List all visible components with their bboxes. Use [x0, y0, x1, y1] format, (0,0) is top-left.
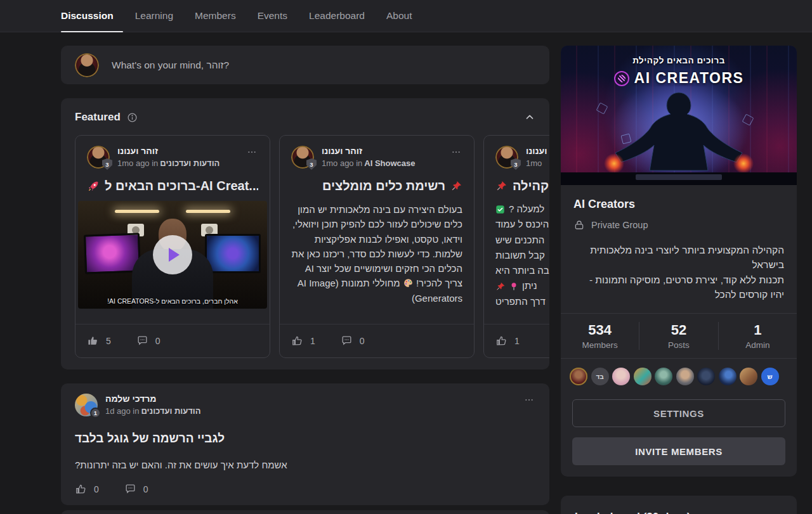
post-footer: 1	[484, 324, 549, 357]
invite-members-button[interactable]: INVITE MEMBERS	[572, 437, 785, 465]
tab-members[interactable]: Members	[195, 0, 236, 32]
stat-admin: 1 Admin	[718, 322, 797, 350]
post-menu-icon[interactable]	[523, 394, 535, 406]
post-body-text: התכנים שיש	[495, 233, 544, 248]
featured-card-welcome[interactable]: 3 זוהר וענונו 1mo ago inהודעות ועדכונים	[75, 135, 270, 358]
member-avatar[interactable]	[655, 368, 672, 385]
featured-card-tools[interactable]: 3 זוהר וענונו 1mo ago inAI Showcase	[279, 135, 475, 358]
lock-icon	[573, 219, 585, 231]
tab-discussion[interactable]: Discussion	[61, 0, 114, 32]
stat-posts: 52 Posts	[639, 322, 717, 350]
tab-label: Leaderboard	[309, 10, 365, 22]
post-title[interactable]: לגביי הרשמה של גוגל בלבד	[75, 432, 535, 446]
group-description-line: הקהילה המקצועית ביותר ליוצרי בינה מלאכות…	[573, 243, 784, 273]
post-footer: 0 0	[75, 483, 535, 495]
member-avatar[interactable]	[570, 368, 587, 385]
comment-button[interactable]: 0	[124, 483, 148, 495]
comment-button[interactable]: 0	[341, 335, 365, 347]
like-button[interactable]: 1	[291, 335, 315, 347]
tab-about[interactable]: About	[386, 0, 412, 32]
collapse-chevron-up-icon[interactable]	[524, 112, 535, 123]
palette-emoji-icon	[403, 278, 414, 288]
studio-light	[186, 210, 230, 213]
like-count: 1	[514, 336, 520, 346]
level-badge: 3	[102, 158, 112, 170]
post-title[interactable]: קהילה	[495, 179, 549, 193]
member-avatar-initials[interactable]: בד	[591, 368, 609, 385]
post-title[interactable]: רשימת כלים מומלצים	[291, 179, 462, 193]
member-avatar[interactable]	[719, 368, 737, 385]
settings-button[interactable]: SETTINGS	[572, 399, 785, 427]
group-description-line: תכנות ללא קוד, יצירת סרטים, מוסיקה ותמונ…	[573, 273, 784, 302]
featured-header: Featured	[75, 111, 549, 124]
member-avatar[interactable]	[676, 368, 694, 385]
community-page: Discussion Learning Members Events Leade…	[0, 0, 812, 514]
member-avatars: בד ש	[561, 359, 797, 395]
like-button[interactable]: 1	[495, 335, 520, 347]
space-name[interactable]: הודעות ועדכונים	[160, 158, 219, 168]
comment-count: 0	[360, 336, 365, 346]
sidebar-column: ברוכים הבאים לקהילת AI CREATORS AI Creat…	[561, 46, 797, 514]
video-thumbnail[interactable]: אהלן חברים, ברוכים הבאים ל-AI CREATORS!	[78, 201, 267, 309]
post-meta: 1mo	[526, 158, 549, 168]
space-name[interactable]: הודעות ועדכונים	[141, 406, 201, 416]
post-menu-icon[interactable]	[246, 146, 258, 158]
tab-leaderboard[interactable]: Leaderboard	[309, 0, 365, 32]
group-name: AI Creators	[573, 198, 784, 211]
tab-label: Discussion	[61, 10, 114, 22]
stat-label: Members	[561, 340, 639, 350]
post-body-text: ניתן	[522, 278, 537, 293]
group-stats: 534 Members 52 Posts 1 Admin	[561, 314, 797, 358]
post-body-line: דרך התפריט	[495, 294, 549, 309]
post-title-text: ברוכים הבאים ל-AI Creat...	[105, 179, 258, 193]
post-time: 1mo	[526, 158, 542, 168]
post-header: 3 זוהר וענונו 1mo ago inהודעות ועדכונים	[87, 146, 258, 169]
video-caption: אהלן חברים, ברוכים הבאים ל-AI CREATORS!	[78, 297, 267, 305]
group-description: הקהילה המקצועית ביותר ליוצרי בינה מלאכות…	[573, 243, 784, 302]
feed-column: What's on your mind, זוהר? Featured	[61, 46, 549, 514]
comment-button[interactable]: 0	[136, 335, 160, 347]
author-name[interactable]: זוהר וענונו	[526, 146, 549, 156]
tab-learning[interactable]: Learning	[135, 0, 173, 32]
tab-events[interactable]: Events	[258, 0, 287, 32]
post-body-line: למעלה ?	[495, 202, 549, 217]
post-footer: 1 0	[280, 324, 474, 357]
member-avatar[interactable]	[697, 368, 715, 385]
comment-icon	[341, 335, 353, 347]
author-name[interactable]: מרדכי שלמה	[105, 394, 201, 404]
member-avatar[interactable]	[612, 368, 630, 385]
post-time: 1mo ago in	[322, 158, 362, 168]
post-header: 3 זוהר וענונו 1mo	[495, 146, 549, 169]
member-avatar-initials[interactable]: ש	[761, 368, 779, 385]
group-info-card: ברוכים הבאים לקהילת AI CREATORS AI Creat…	[561, 46, 797, 477]
pushpin-emoji-icon	[495, 281, 506, 292]
author-name[interactable]: זוהר וענונו	[322, 146, 416, 156]
featured-card-community[interactable]: 3 זוהר וענונו 1mo קהילה	[483, 135, 549, 358]
leaderboard-card: Leaderboard (30-days)	[561, 496, 797, 514]
author-name[interactable]: זוהר וענונו	[117, 146, 219, 156]
post-body-line: התכנים שיש	[495, 233, 549, 248]
level-badge: 1	[90, 408, 101, 418]
member-avatar[interactable]	[740, 368, 757, 385]
current-user-avatar[interactable]	[75, 53, 99, 77]
banner-figure	[561, 86, 797, 185]
like-button[interactable]: 0	[75, 483, 99, 495]
post-menu-icon[interactable]	[450, 146, 462, 158]
member-avatar[interactable]	[634, 368, 652, 385]
group-banner-image: ברוכים הבאים לקהילת AI CREATORS	[561, 46, 797, 185]
post-meta: 1mo ago inAI Showcase	[322, 158, 416, 168]
author-block: מרדכי שלמה 1d ago inהודעות ועדכונים	[105, 394, 201, 416]
play-button[interactable]	[153, 235, 192, 274]
thumbs-up-filled-icon	[87, 335, 99, 347]
post-footer: 5 0	[75, 324, 270, 357]
group-nav-tabs: Discussion Learning Members Events Leade…	[0, 0, 812, 32]
feed-post[interactable]: 1 מרדכי שלמה 1d ago inהודעות ועדכונים לג…	[61, 383, 549, 505]
post-title[interactable]: ברוכים הבאים ל-AI Creat...	[87, 179, 258, 193]
post-body-line: בה ביותר היא	[495, 263, 549, 278]
post-composer[interactable]: What's on your mind, זוהר?	[61, 46, 549, 84]
post-title-text: קהילה	[513, 179, 549, 193]
info-icon[interactable]	[127, 112, 138, 123]
space-name[interactable]: AI Showcase	[364, 158, 415, 168]
post-title-text: רשימת כלים מומלצים	[322, 179, 445, 193]
like-button[interactable]: 5	[87, 335, 111, 347]
